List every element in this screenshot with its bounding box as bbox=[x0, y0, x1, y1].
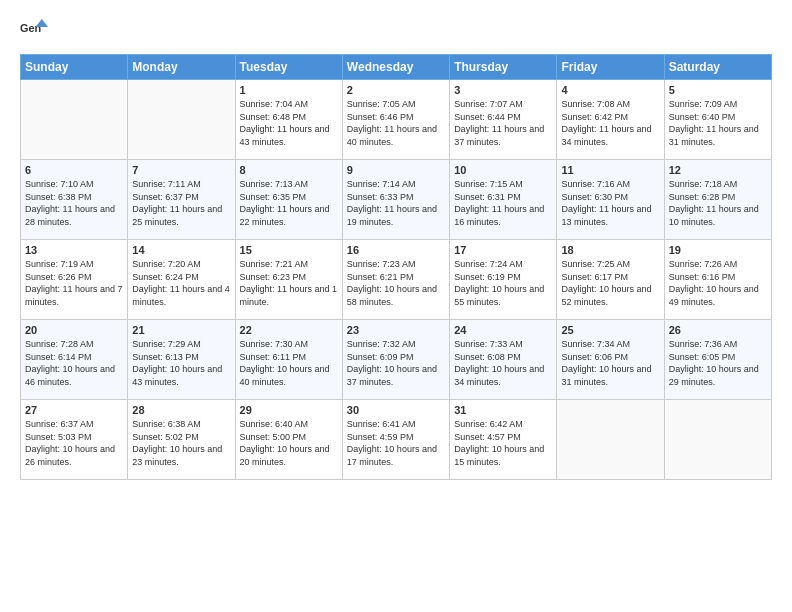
day-info: Sunrise: 7:24 AMSunset: 6:19 PMDaylight:… bbox=[454, 258, 552, 308]
day-number: 1 bbox=[240, 84, 338, 96]
day-info: Sunrise: 6:40 AMSunset: 5:00 PMDaylight:… bbox=[240, 418, 338, 468]
day-number: 24 bbox=[454, 324, 552, 336]
day-cell: 1Sunrise: 7:04 AMSunset: 6:48 PMDaylight… bbox=[235, 80, 342, 160]
day-cell: 20Sunrise: 7:28 AMSunset: 6:14 PMDayligh… bbox=[21, 320, 128, 400]
day-cell: 7Sunrise: 7:11 AMSunset: 6:37 PMDaylight… bbox=[128, 160, 235, 240]
day-cell: 25Sunrise: 7:34 AMSunset: 6:06 PMDayligh… bbox=[557, 320, 664, 400]
day-info: Sunrise: 7:14 AMSunset: 6:33 PMDaylight:… bbox=[347, 178, 445, 228]
day-number: 26 bbox=[669, 324, 767, 336]
day-cell: 28Sunrise: 6:38 AMSunset: 5:02 PMDayligh… bbox=[128, 400, 235, 480]
day-cell: 3Sunrise: 7:07 AMSunset: 6:44 PMDaylight… bbox=[450, 80, 557, 160]
day-info: Sunrise: 7:25 AMSunset: 6:17 PMDaylight:… bbox=[561, 258, 659, 308]
day-info: Sunrise: 7:05 AMSunset: 6:46 PMDaylight:… bbox=[347, 98, 445, 148]
day-info: Sunrise: 7:15 AMSunset: 6:31 PMDaylight:… bbox=[454, 178, 552, 228]
day-cell: 10Sunrise: 7:15 AMSunset: 6:31 PMDayligh… bbox=[450, 160, 557, 240]
day-info: Sunrise: 7:32 AMSunset: 6:09 PMDaylight:… bbox=[347, 338, 445, 388]
day-number: 29 bbox=[240, 404, 338, 416]
day-info: Sunrise: 7:16 AMSunset: 6:30 PMDaylight:… bbox=[561, 178, 659, 228]
day-number: 22 bbox=[240, 324, 338, 336]
day-cell: 21Sunrise: 7:29 AMSunset: 6:13 PMDayligh… bbox=[128, 320, 235, 400]
week-row-1: 1Sunrise: 7:04 AMSunset: 6:48 PMDaylight… bbox=[21, 80, 772, 160]
day-cell: 15Sunrise: 7:21 AMSunset: 6:23 PMDayligh… bbox=[235, 240, 342, 320]
day-number: 13 bbox=[25, 244, 123, 256]
day-cell: 17Sunrise: 7:24 AMSunset: 6:19 PMDayligh… bbox=[450, 240, 557, 320]
day-number: 2 bbox=[347, 84, 445, 96]
day-number: 9 bbox=[347, 164, 445, 176]
week-row-3: 13Sunrise: 7:19 AMSunset: 6:26 PMDayligh… bbox=[21, 240, 772, 320]
day-info: Sunrise: 7:33 AMSunset: 6:08 PMDaylight:… bbox=[454, 338, 552, 388]
day-number: 10 bbox=[454, 164, 552, 176]
day-cell bbox=[557, 400, 664, 480]
day-number: 6 bbox=[25, 164, 123, 176]
day-cell: 2Sunrise: 7:05 AMSunset: 6:46 PMDaylight… bbox=[342, 80, 449, 160]
day-info: Sunrise: 7:19 AMSunset: 6:26 PMDaylight:… bbox=[25, 258, 123, 308]
day-info: Sunrise: 7:26 AMSunset: 6:16 PMDaylight:… bbox=[669, 258, 767, 308]
day-cell: 14Sunrise: 7:20 AMSunset: 6:24 PMDayligh… bbox=[128, 240, 235, 320]
day-info: Sunrise: 7:07 AMSunset: 6:44 PMDaylight:… bbox=[454, 98, 552, 148]
week-row-2: 6Sunrise: 7:10 AMSunset: 6:38 PMDaylight… bbox=[21, 160, 772, 240]
day-number: 31 bbox=[454, 404, 552, 416]
day-info: Sunrise: 7:29 AMSunset: 6:13 PMDaylight:… bbox=[132, 338, 230, 388]
day-info: Sunrise: 7:34 AMSunset: 6:06 PMDaylight:… bbox=[561, 338, 659, 388]
day-info: Sunrise: 6:38 AMSunset: 5:02 PMDaylight:… bbox=[132, 418, 230, 468]
day-info: Sunrise: 7:04 AMSunset: 6:48 PMDaylight:… bbox=[240, 98, 338, 148]
day-cell: 22Sunrise: 7:30 AMSunset: 6:11 PMDayligh… bbox=[235, 320, 342, 400]
day-number: 20 bbox=[25, 324, 123, 336]
col-header-wednesday: Wednesday bbox=[342, 55, 449, 80]
day-info: Sunrise: 7:10 AMSunset: 6:38 PMDaylight:… bbox=[25, 178, 123, 228]
day-number: 15 bbox=[240, 244, 338, 256]
logo-icon: Gen bbox=[20, 16, 48, 44]
day-info: Sunrise: 6:42 AMSunset: 4:57 PMDaylight:… bbox=[454, 418, 552, 468]
day-info: Sunrise: 7:30 AMSunset: 6:11 PMDaylight:… bbox=[240, 338, 338, 388]
day-cell: 19Sunrise: 7:26 AMSunset: 6:16 PMDayligh… bbox=[664, 240, 771, 320]
day-number: 30 bbox=[347, 404, 445, 416]
day-number: 16 bbox=[347, 244, 445, 256]
day-cell: 29Sunrise: 6:40 AMSunset: 5:00 PMDayligh… bbox=[235, 400, 342, 480]
day-info: Sunrise: 6:37 AMSunset: 5:03 PMDaylight:… bbox=[25, 418, 123, 468]
day-cell: 5Sunrise: 7:09 AMSunset: 6:40 PMDaylight… bbox=[664, 80, 771, 160]
day-cell: 23Sunrise: 7:32 AMSunset: 6:09 PMDayligh… bbox=[342, 320, 449, 400]
day-cell: 16Sunrise: 7:23 AMSunset: 6:21 PMDayligh… bbox=[342, 240, 449, 320]
day-cell: 12Sunrise: 7:18 AMSunset: 6:28 PMDayligh… bbox=[664, 160, 771, 240]
day-cell: 13Sunrise: 7:19 AMSunset: 6:26 PMDayligh… bbox=[21, 240, 128, 320]
day-cell: 6Sunrise: 7:10 AMSunset: 6:38 PMDaylight… bbox=[21, 160, 128, 240]
day-number: 7 bbox=[132, 164, 230, 176]
day-info: Sunrise: 7:08 AMSunset: 6:42 PMDaylight:… bbox=[561, 98, 659, 148]
day-number: 27 bbox=[25, 404, 123, 416]
day-number: 5 bbox=[669, 84, 767, 96]
day-cell: 8Sunrise: 7:13 AMSunset: 6:35 PMDaylight… bbox=[235, 160, 342, 240]
day-cell: 4Sunrise: 7:08 AMSunset: 6:42 PMDaylight… bbox=[557, 80, 664, 160]
day-cell: 11Sunrise: 7:16 AMSunset: 6:30 PMDayligh… bbox=[557, 160, 664, 240]
svg-text:Gen: Gen bbox=[20, 22, 41, 34]
day-number: 12 bbox=[669, 164, 767, 176]
day-cell: 26Sunrise: 7:36 AMSunset: 6:05 PMDayligh… bbox=[664, 320, 771, 400]
col-header-tuesday: Tuesday bbox=[235, 55, 342, 80]
day-number: 18 bbox=[561, 244, 659, 256]
day-info: Sunrise: 7:36 AMSunset: 6:05 PMDaylight:… bbox=[669, 338, 767, 388]
day-info: Sunrise: 7:13 AMSunset: 6:35 PMDaylight:… bbox=[240, 178, 338, 228]
logo: Gen bbox=[20, 16, 52, 44]
day-info: Sunrise: 7:21 AMSunset: 6:23 PMDaylight:… bbox=[240, 258, 338, 308]
header: Gen bbox=[20, 16, 772, 44]
day-number: 17 bbox=[454, 244, 552, 256]
col-header-monday: Monday bbox=[128, 55, 235, 80]
header-row: SundayMondayTuesdayWednesdayThursdayFrid… bbox=[21, 55, 772, 80]
day-info: Sunrise: 7:23 AMSunset: 6:21 PMDaylight:… bbox=[347, 258, 445, 308]
col-header-friday: Friday bbox=[557, 55, 664, 80]
day-number: 8 bbox=[240, 164, 338, 176]
day-info: Sunrise: 6:41 AMSunset: 4:59 PMDaylight:… bbox=[347, 418, 445, 468]
day-cell: 24Sunrise: 7:33 AMSunset: 6:08 PMDayligh… bbox=[450, 320, 557, 400]
day-info: Sunrise: 7:18 AMSunset: 6:28 PMDaylight:… bbox=[669, 178, 767, 228]
day-info: Sunrise: 7:28 AMSunset: 6:14 PMDaylight:… bbox=[25, 338, 123, 388]
day-cell: 27Sunrise: 6:37 AMSunset: 5:03 PMDayligh… bbox=[21, 400, 128, 480]
day-number: 25 bbox=[561, 324, 659, 336]
day-cell: 18Sunrise: 7:25 AMSunset: 6:17 PMDayligh… bbox=[557, 240, 664, 320]
day-cell: 30Sunrise: 6:41 AMSunset: 4:59 PMDayligh… bbox=[342, 400, 449, 480]
day-number: 3 bbox=[454, 84, 552, 96]
day-number: 11 bbox=[561, 164, 659, 176]
day-info: Sunrise: 7:09 AMSunset: 6:40 PMDaylight:… bbox=[669, 98, 767, 148]
day-cell bbox=[664, 400, 771, 480]
day-cell bbox=[21, 80, 128, 160]
col-header-thursday: Thursday bbox=[450, 55, 557, 80]
day-cell: 31Sunrise: 6:42 AMSunset: 4:57 PMDayligh… bbox=[450, 400, 557, 480]
